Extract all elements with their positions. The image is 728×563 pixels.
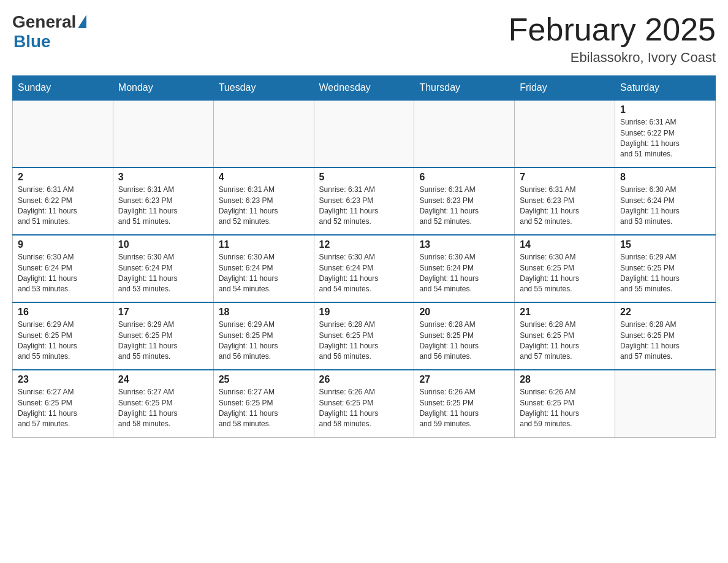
day-header-thursday: Thursday xyxy=(414,76,515,101)
day-number: 3 xyxy=(118,172,208,183)
day-info: Sunrise: 6:31 AMSunset: 6:22 PMDaylight:… xyxy=(18,185,108,228)
calendar-cell: 18Sunrise: 6:29 AMSunset: 6:25 PMDayligh… xyxy=(213,302,314,370)
day-info: Sunrise: 6:31 AMSunset: 6:22 PMDaylight:… xyxy=(620,117,710,160)
day-info: Sunrise: 6:31 AMSunset: 6:23 PMDaylight:… xyxy=(520,185,610,228)
day-info: Sunrise: 6:30 AMSunset: 6:24 PMDaylight:… xyxy=(118,252,208,295)
calendar-cell: 26Sunrise: 6:26 AMSunset: 6:25 PMDayligh… xyxy=(314,370,414,437)
title-area: February 2025 Ebilassokro, Ivory Coast xyxy=(509,12,716,66)
calendar-cell: 22Sunrise: 6:28 AMSunset: 6:25 PMDayligh… xyxy=(615,302,716,370)
day-info: Sunrise: 6:28 AMSunset: 6:25 PMDaylight:… xyxy=(319,320,409,362)
calendar-cell: 7Sunrise: 6:31 AMSunset: 6:23 PMDaylight… xyxy=(515,167,615,235)
logo-general-text: General xyxy=(12,12,76,32)
day-info: Sunrise: 6:31 AMSunset: 6:23 PMDaylight:… xyxy=(118,185,208,228)
day-number: 19 xyxy=(319,307,409,318)
calendar-cell: 11Sunrise: 6:30 AMSunset: 6:24 PMDayligh… xyxy=(213,235,314,302)
day-number: 20 xyxy=(419,307,509,318)
week-row-1: 1Sunrise: 6:31 AMSunset: 6:22 PMDaylight… xyxy=(13,100,716,167)
day-info: Sunrise: 6:31 AMSunset: 6:23 PMDaylight:… xyxy=(319,185,409,228)
day-info: Sunrise: 6:26 AMSunset: 6:25 PMDaylight:… xyxy=(419,387,509,430)
day-info: Sunrise: 6:30 AMSunset: 6:24 PMDaylight:… xyxy=(620,185,710,228)
calendar-cell: 9Sunrise: 6:30 AMSunset: 6:24 PMDaylight… xyxy=(13,235,113,302)
calendar-body: 1Sunrise: 6:31 AMSunset: 6:22 PMDaylight… xyxy=(13,100,716,437)
week-row-4: 16Sunrise: 6:29 AMSunset: 6:25 PMDayligh… xyxy=(13,302,716,370)
day-info: Sunrise: 6:31 AMSunset: 6:23 PMDaylight:… xyxy=(419,185,509,228)
calendar-cell: 6Sunrise: 6:31 AMSunset: 6:23 PMDaylight… xyxy=(414,167,515,235)
day-info: Sunrise: 6:27 AMSunset: 6:25 PMDaylight:… xyxy=(18,387,108,430)
calendar-cell: 4Sunrise: 6:31 AMSunset: 6:23 PMDaylight… xyxy=(213,167,314,235)
day-header-friday: Friday xyxy=(515,76,615,101)
calendar-cell: 16Sunrise: 6:29 AMSunset: 6:25 PMDayligh… xyxy=(13,302,113,370)
day-info: Sunrise: 6:28 AMSunset: 6:25 PMDaylight:… xyxy=(620,320,710,362)
calendar-cell: 23Sunrise: 6:27 AMSunset: 6:25 PMDayligh… xyxy=(13,370,113,437)
calendar-cell: 15Sunrise: 6:29 AMSunset: 6:25 PMDayligh… xyxy=(615,235,716,302)
day-info: Sunrise: 6:30 AMSunset: 6:24 PMDaylight:… xyxy=(18,252,108,295)
calendar-cell: 27Sunrise: 6:26 AMSunset: 6:25 PMDayligh… xyxy=(414,370,515,437)
day-info: Sunrise: 6:28 AMSunset: 6:25 PMDaylight:… xyxy=(419,320,509,362)
logo: General Blue xyxy=(12,12,86,52)
day-info: Sunrise: 6:26 AMSunset: 6:25 PMDaylight:… xyxy=(520,387,610,430)
day-number: 18 xyxy=(219,307,309,318)
calendar-cell: 20Sunrise: 6:28 AMSunset: 6:25 PMDayligh… xyxy=(414,302,515,370)
day-number: 8 xyxy=(620,172,710,183)
day-number: 7 xyxy=(520,172,610,183)
logo-triangle-icon xyxy=(78,15,86,28)
calendar-cell xyxy=(213,100,314,167)
day-info: Sunrise: 6:31 AMSunset: 6:23 PMDaylight:… xyxy=(219,185,309,228)
day-number: 13 xyxy=(419,239,509,250)
calendar-cell xyxy=(615,370,716,437)
location-title: Ebilassokro, Ivory Coast xyxy=(509,50,716,66)
day-header-monday: Monday xyxy=(113,76,213,101)
calendar-cell: 13Sunrise: 6:30 AMSunset: 6:24 PMDayligh… xyxy=(414,235,515,302)
day-number: 4 xyxy=(219,172,309,183)
day-info: Sunrise: 6:30 AMSunset: 6:25 PMDaylight:… xyxy=(520,252,610,295)
week-row-3: 9Sunrise: 6:30 AMSunset: 6:24 PMDaylight… xyxy=(13,235,716,302)
day-info: Sunrise: 6:28 AMSunset: 6:25 PMDaylight:… xyxy=(520,320,610,362)
calendar-header: SundayMondayTuesdayWednesdayThursdayFrid… xyxy=(13,76,716,101)
calendar-cell xyxy=(515,100,615,167)
day-number: 2 xyxy=(18,172,108,183)
day-info: Sunrise: 6:29 AMSunset: 6:25 PMDaylight:… xyxy=(18,320,108,362)
day-number: 6 xyxy=(419,172,509,183)
calendar-cell: 21Sunrise: 6:28 AMSunset: 6:25 PMDayligh… xyxy=(515,302,615,370)
day-number: 28 xyxy=(520,374,610,385)
day-number: 26 xyxy=(319,374,409,385)
day-header-saturday: Saturday xyxy=(615,76,716,101)
day-info: Sunrise: 6:29 AMSunset: 6:25 PMDaylight:… xyxy=(620,252,710,295)
day-number: 9 xyxy=(18,239,108,250)
header-row: SundayMondayTuesdayWednesdayThursdayFrid… xyxy=(13,76,716,101)
day-number: 24 xyxy=(118,374,208,385)
calendar-cell xyxy=(314,100,414,167)
logo-blue-text: Blue xyxy=(13,32,51,52)
day-info: Sunrise: 6:29 AMSunset: 6:25 PMDaylight:… xyxy=(219,320,309,362)
calendar-table: SundayMondayTuesdayWednesdayThursdayFrid… xyxy=(12,75,716,438)
day-header-wednesday: Wednesday xyxy=(314,76,414,101)
day-info: Sunrise: 6:30 AMSunset: 6:24 PMDaylight:… xyxy=(219,252,309,295)
day-info: Sunrise: 6:27 AMSunset: 6:25 PMDaylight:… xyxy=(219,387,309,430)
calendar-cell: 14Sunrise: 6:30 AMSunset: 6:25 PMDayligh… xyxy=(515,235,615,302)
day-number: 16 xyxy=(18,307,108,318)
calendar-cell xyxy=(13,100,113,167)
calendar-cell: 2Sunrise: 6:31 AMSunset: 6:22 PMDaylight… xyxy=(13,167,113,235)
day-number: 23 xyxy=(18,374,108,385)
day-number: 27 xyxy=(419,374,509,385)
calendar-cell: 24Sunrise: 6:27 AMSunset: 6:25 PMDayligh… xyxy=(113,370,213,437)
calendar-cell: 28Sunrise: 6:26 AMSunset: 6:25 PMDayligh… xyxy=(515,370,615,437)
calendar-cell xyxy=(113,100,213,167)
day-number: 17 xyxy=(118,307,208,318)
day-number: 11 xyxy=(219,239,309,250)
calendar-cell: 12Sunrise: 6:30 AMSunset: 6:24 PMDayligh… xyxy=(314,235,414,302)
day-info: Sunrise: 6:26 AMSunset: 6:25 PMDaylight:… xyxy=(319,387,409,430)
day-info: Sunrise: 6:29 AMSunset: 6:25 PMDaylight:… xyxy=(118,320,208,362)
calendar-cell: 10Sunrise: 6:30 AMSunset: 6:24 PMDayligh… xyxy=(113,235,213,302)
day-number: 15 xyxy=(620,239,710,250)
day-number: 22 xyxy=(620,307,710,318)
calendar-cell: 8Sunrise: 6:30 AMSunset: 6:24 PMDaylight… xyxy=(615,167,716,235)
calendar-cell xyxy=(414,100,515,167)
calendar-cell: 1Sunrise: 6:31 AMSunset: 6:22 PMDaylight… xyxy=(615,100,716,167)
calendar-cell: 5Sunrise: 6:31 AMSunset: 6:23 PMDaylight… xyxy=(314,167,414,235)
calendar-cell: 25Sunrise: 6:27 AMSunset: 6:25 PMDayligh… xyxy=(213,370,314,437)
week-row-5: 23Sunrise: 6:27 AMSunset: 6:25 PMDayligh… xyxy=(13,370,716,437)
day-number: 5 xyxy=(319,172,409,183)
day-info: Sunrise: 6:30 AMSunset: 6:24 PMDaylight:… xyxy=(419,252,509,295)
calendar-cell: 17Sunrise: 6:29 AMSunset: 6:25 PMDayligh… xyxy=(113,302,213,370)
